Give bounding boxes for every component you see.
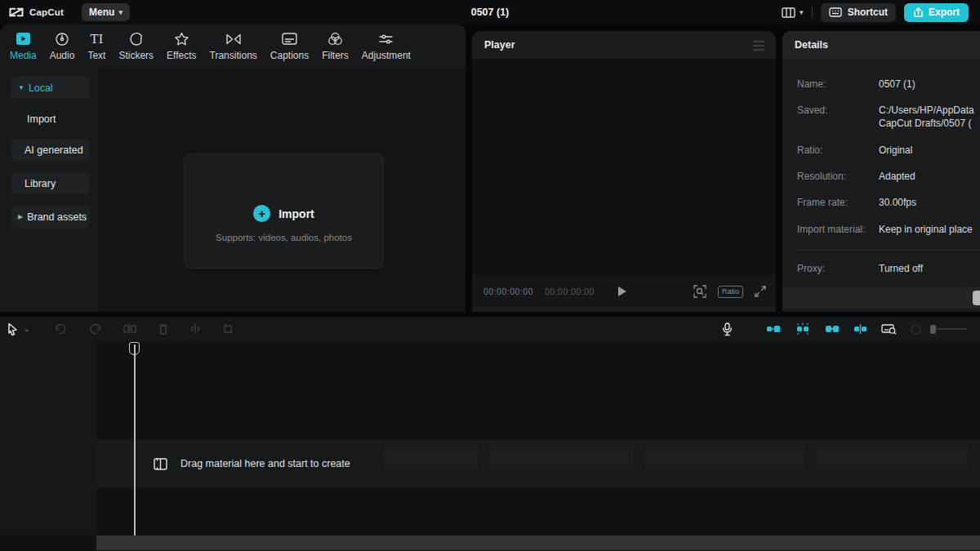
sidebar-item-brand-assets[interactable]: ▶ Brand assets xyxy=(11,206,90,228)
captions-icon xyxy=(282,31,297,47)
track-height-zoom-icon[interactable] xyxy=(881,317,897,341)
split-icon[interactable] xyxy=(123,317,136,341)
cursor-chevron-down-icon[interactable]: ⌄ xyxy=(24,317,30,341)
modify-button-fragment[interactable] xyxy=(973,291,980,305)
select-cursor-button[interactable] xyxy=(7,317,19,341)
sidebar-item-ai-generated[interactable]: AI generated xyxy=(11,139,90,161)
tab-filters[interactable]: Filters xyxy=(315,24,355,67)
detail-label: Saved: xyxy=(797,104,827,116)
sidebar-item-label: Library xyxy=(24,178,56,189)
detail-value: Original xyxy=(879,144,980,156)
filmstrip-icon xyxy=(154,458,167,470)
tab-captions[interactable]: Captions xyxy=(264,24,315,67)
timeline-horizontal-scrollbar[interactable] xyxy=(96,535,980,550)
workspace-layout-button[interactable]: ▾ xyxy=(782,7,804,18)
detail-label: Proxy: xyxy=(797,263,825,274)
triangle-down-icon: ▼ xyxy=(18,84,24,91)
export-icon xyxy=(913,7,924,18)
capcut-logo-icon xyxy=(8,7,24,18)
crop-icon[interactable] xyxy=(222,317,234,341)
zoom-slider-thumb[interactable] xyxy=(930,325,936,334)
detail-label: Import material: xyxy=(797,224,865,235)
resource-tabs: Media Audio TI Text Stickers Effects xyxy=(0,24,466,67)
auto-attach-toggle[interactable] xyxy=(795,317,811,341)
detail-label: Name: xyxy=(797,78,826,90)
audio-icon xyxy=(55,31,69,47)
capcut-logo: CapCut xyxy=(8,7,64,18)
tab-audio[interactable]: Audio xyxy=(43,24,82,67)
zoom-out-icon[interactable] xyxy=(911,317,921,341)
track-placeholder xyxy=(817,445,968,469)
shortcut-button[interactable]: Shortcut xyxy=(821,3,896,22)
playhead-handle[interactable] xyxy=(129,342,140,355)
import-hint-text: Supports: videos, audios, photos xyxy=(185,233,383,242)
media-panel: Media Audio TI Text Stickers Effects xyxy=(0,24,466,312)
player-panel-title: Player xyxy=(484,39,515,51)
media-sidebar: ▼ Local Import AI generated Library ▶ Br… xyxy=(0,67,98,312)
chevron-down-icon: ▾ xyxy=(800,8,804,16)
total-timecode: 00:00:00:00 xyxy=(545,287,595,296)
sidebar-item-local[interactable]: ▼ Local xyxy=(11,77,90,99)
details-footer-bar xyxy=(782,287,980,309)
track-header-column xyxy=(0,341,96,535)
tab-text[interactable]: TI Text xyxy=(81,24,112,67)
media-icon xyxy=(16,31,31,47)
filters-icon xyxy=(327,31,343,47)
play-button[interactable] xyxy=(617,276,627,307)
tab-effects[interactable]: Effects xyxy=(160,24,203,67)
zoom-slider-track xyxy=(936,328,967,330)
detail-value: C:/Users/HP/AppData xyxy=(879,104,980,116)
capcut-logo-text: CapCut xyxy=(29,7,64,17)
player-menu-icon[interactable] xyxy=(753,41,764,51)
player-panel: Player 00:00:00:00 00:00:00:00 Ratio xyxy=(472,31,776,312)
keyboard-icon xyxy=(829,7,842,17)
tab-transitions[interactable]: Transitions xyxy=(203,24,264,67)
media-content-area: + Import Supports: videos, audios, photo… xyxy=(98,67,466,312)
tab-adjustment[interactable]: Adjustment xyxy=(355,24,417,67)
delete-icon[interactable] xyxy=(158,317,168,341)
mirror-icon[interactable] xyxy=(190,317,200,341)
tab-label: Filters xyxy=(322,50,349,61)
effects-star-icon xyxy=(174,31,189,47)
shortcut-label: Shortcut xyxy=(848,7,888,18)
top-bar: CapCut Menu ▾ 0507 (1) ▾ Shortcut xyxy=(0,0,980,24)
sidebar-item-library[interactable]: Library xyxy=(11,172,90,194)
tab-label: Adjustment xyxy=(362,50,411,61)
current-timecode: 00:00:00:00 xyxy=(483,287,533,296)
redo-icon[interactable] xyxy=(89,317,101,341)
snap-magnet-toggle[interactable] xyxy=(766,317,781,341)
import-dropzone[interactable]: + Import Supports: videos, audios, photo… xyxy=(184,153,384,269)
menu-button[interactable]: Menu ▾ xyxy=(82,3,130,21)
tab-label: Transitions xyxy=(210,50,257,61)
detail-value: Keep in original place xyxy=(879,224,980,235)
detail-value: 0507 (1) xyxy=(879,78,980,90)
ratio-button[interactable]: Ratio xyxy=(718,286,743,298)
preview-axis-toggle[interactable] xyxy=(853,317,867,341)
main-track-row[interactable]: Drag material here and start to create xyxy=(96,439,980,488)
tab-media[interactable]: Media xyxy=(3,24,43,67)
empty-track-hint-text: Drag material here and start to create xyxy=(180,458,350,469)
tab-stickers[interactable]: Stickers xyxy=(112,24,160,67)
sidebar-item-label: Brand assets xyxy=(27,211,87,223)
track-placeholder xyxy=(645,445,804,469)
playhead-line xyxy=(134,344,136,540)
plus-icon: + xyxy=(253,205,270,222)
export-button[interactable]: Export xyxy=(904,3,969,22)
detail-value: Adapted xyxy=(879,171,980,182)
fullscreen-icon[interactable] xyxy=(755,286,766,297)
details-panel: Details Name: 0507 (1) Saved: C:/Users/H… xyxy=(782,31,980,312)
record-voiceover-icon[interactable] xyxy=(722,317,733,341)
tab-label: Media xyxy=(10,50,37,61)
undo-icon[interactable] xyxy=(55,317,67,341)
zoom-fit-icon[interactable] xyxy=(693,285,706,298)
tab-label: Captions xyxy=(270,50,309,61)
timeline-toolbar: ⌄ xyxy=(0,317,980,341)
timeline-zoom-slider[interactable] xyxy=(930,325,967,334)
sidebar-item-import[interactable]: Import xyxy=(11,108,90,130)
export-label: Export xyxy=(929,7,960,18)
tab-label: Effects xyxy=(167,50,196,61)
track-placeholder xyxy=(490,445,633,469)
link-clips-toggle[interactable] xyxy=(825,317,840,341)
text-icon: TI xyxy=(90,31,103,47)
timeline-area[interactable]: Drag material here and start to create xyxy=(0,341,980,551)
